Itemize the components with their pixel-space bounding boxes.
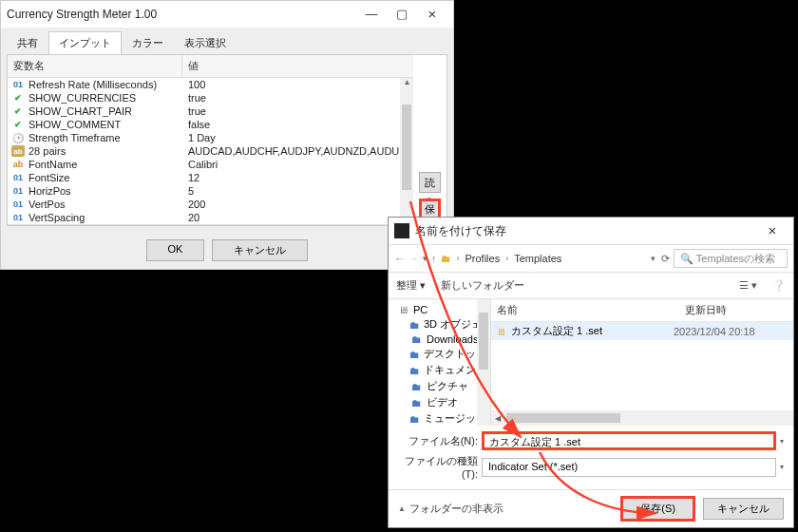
ok-button[interactable]: OK — [146, 239, 205, 261]
param-value[interactable]: 100 — [182, 78, 413, 91]
tree-item[interactable]: 🖿ミュージック — [390, 410, 488, 426]
col-name[interactable]: 変数名 — [8, 55, 182, 77]
file-icon: 🗎 — [497, 326, 507, 337]
param-header: 変数名 値 — [8, 55, 413, 78]
param-row[interactable]: ✔SHOW_CURRENCIEStrue — [8, 91, 413, 104]
param-value[interactable]: 20 — [182, 211, 413, 224]
titlebar: Currency Strength Meter 1.00 — ▢ × — [1, 1, 453, 28]
hscrollbar[interactable]: ◀ — [491, 410, 793, 426]
param-value[interactable]: true — [182, 91, 413, 104]
maximize-button[interactable]: ▢ — [387, 5, 417, 24]
dialog-buttons: OK キャンセル — [1, 232, 453, 269]
folder-icon: 🖿 — [409, 349, 420, 360]
type-icon: ab — [11, 159, 25, 170]
toolbar: 整理 ▾ 新しいフォルダー ☰ ▾ ❔ — [389, 273, 793, 299]
param-row[interactable]: 01HorizPos5 — [8, 184, 413, 198]
type-icon: ✔ — [11, 119, 25, 130]
nav-fwd-icon[interactable]: → — [408, 253, 419, 264]
param-row[interactable]: 01FontSize12 — [8, 171, 413, 184]
file-row[interactable]: 🗎カスタム設定 1 .set2023/12/04 20:18 — [491, 322, 793, 340]
col-name[interactable]: 名前 — [491, 299, 679, 321]
tab-display[interactable]: 表示選択 — [174, 31, 237, 54]
view-options-icon[interactable]: ☰ ▾ — [739, 279, 757, 292]
tab-share[interactable]: 共有 — [7, 31, 48, 54]
param-value[interactable]: true — [182, 104, 413, 118]
scrollbar[interactable]: ▲ — [400, 78, 413, 224]
param-row[interactable]: ✔SHOW_COMMENTfalse — [8, 118, 413, 131]
type-icon: 01 — [11, 79, 25, 90]
param-name: FontSize — [28, 172, 69, 183]
param-value[interactable]: 12 — [182, 171, 413, 184]
nav-back-icon[interactable]: ← — [394, 253, 405, 264]
help-icon[interactable]: ❔ — [772, 279, 786, 292]
folder-icon: 🖿 — [409, 365, 420, 376]
nav-bar: ← → ▾ ↑ 🖿 › Profiles › Templates ▾ ⟳ 🔍 T… — [389, 244, 793, 273]
param-name: VertPos — [28, 199, 66, 210]
tab-bar: 共有 インプット カラー 表示選択 — [1, 28, 453, 54]
folder-tree[interactable]: 🖥PC🖿3D オブジェクト🖿Downloads🖿デスクトップ🖿ドキュメント🖿ピク… — [389, 299, 491, 426]
param-row[interactable]: Strength Timeframe1 Day — [8, 131, 413, 144]
window-title: Currency Strength Meter 1.00 — [7, 8, 356, 21]
param-name: SHOW_COMMENT — [28, 119, 121, 130]
filetype-select[interactable]: Indicator Set (*.set) — [482, 458, 776, 477]
settings-dialog: Currency Strength Meter 1.00 — ▢ × 共有 イン… — [0, 0, 454, 270]
param-row[interactable]: abFontNameCalibri — [8, 158, 413, 171]
app-icon — [394, 223, 409, 238]
breadcrumb[interactable]: 🖿 › Profiles › Templates ▾ ⟳ — [441, 253, 671, 265]
tree-item[interactable]: 🖥PC — [390, 303, 488, 316]
save-button-row: ▲ フォルダーの非表示 保存(S) キャンセル — [389, 489, 793, 527]
param-value[interactable]: AUDCAD,AUDCHF,AUDJPY,AUDNZD,AUDU... — [182, 144, 413, 158]
load-button[interactable]: 読み込み (L) — [419, 172, 441, 193]
new-folder-button[interactable]: 新しいフォルダー — [441, 278, 524, 293]
param-value[interactable]: Calibri — [182, 158, 413, 171]
file-name: カスタム設定 1 .set — [511, 324, 674, 338]
tab-color[interactable]: カラー — [122, 31, 174, 54]
param-name: Strength Timeframe — [28, 132, 121, 143]
type-icon: ab — [11, 145, 25, 157]
hide-folders-toggle[interactable]: ▲ フォルダーの非表示 — [398, 502, 504, 516]
save-button[interactable]: 保存(S) — [620, 496, 695, 522]
param-name: SHOW_CURRENCIES — [28, 92, 136, 104]
refresh-icon[interactable]: ⟳ — [661, 253, 670, 265]
cancel-button[interactable]: キャンセル — [212, 239, 308, 261]
type-icon: 01 — [11, 185, 25, 197]
param-value[interactable]: 200 — [182, 198, 413, 211]
tree-scrollbar[interactable] — [477, 299, 490, 426]
close-button[interactable]: × — [757, 221, 788, 240]
organize-menu[interactable]: 整理 ▾ — [396, 278, 426, 293]
file-date: 2023/12/04 20:18 — [674, 326, 788, 337]
side-button-column: 読み込み (L) 保存 (S) — [413, 55, 446, 225]
minimize-button[interactable]: — — [356, 5, 387, 24]
param-row[interactable]: 01Refresh Rate (Milliseconds)100 — [8, 78, 413, 91]
param-name: HorizPos — [28, 185, 71, 197]
tree-item[interactable]: 🖿Downloads — [390, 332, 488, 346]
tab-input[interactable]: インプット — [48, 31, 122, 54]
param-row[interactable]: ✔SHOW_CHART_PAIRtrue — [8, 104, 413, 118]
folder-icon: 🖿 — [441, 253, 451, 264]
tree-label: ビデオ — [427, 395, 458, 409]
filename-input[interactable]: カスタム設定 1 .set — [482, 431, 776, 450]
tree-item[interactable]: 🖿ピクチャ — [390, 378, 488, 394]
folder-icon: 🖿 — [409, 333, 423, 345]
param-value[interactable]: 5 — [182, 184, 413, 198]
tree-item[interactable]: 🖿ビデオ — [390, 394, 488, 410]
param-value[interactable]: 1 Day — [182, 131, 413, 144]
col-date[interactable]: 更新日時 — [679, 299, 793, 321]
param-name: SHOW_CHART_PAIR — [28, 105, 132, 117]
tree-item[interactable]: 🖿デスクトップ — [390, 346, 488, 362]
param-row[interactable]: 01VertSpacing20 — [8, 211, 413, 224]
chevron-down-icon[interactable]: ▾ — [423, 254, 428, 263]
param-row[interactable]: 01VertPos200 — [8, 198, 413, 211]
param-row[interactable]: ab28 pairsAUDCAD,AUDCHF,AUDJPY,AUDNZD,AU… — [8, 144, 413, 158]
folder-icon: 🖿 — [409, 319, 420, 331]
search-input[interactable]: 🔍 Templatesの検索 — [674, 249, 788, 268]
save-dialog: 名前を付けて保存 × ← → ▾ ↑ 🖿 › Profiles › Templa… — [388, 217, 794, 528]
nav-up-icon[interactable]: ↑ — [431, 253, 437, 264]
close-button[interactable]: × — [417, 5, 447, 24]
cancel-button[interactable]: キャンセル — [703, 498, 784, 520]
col-value[interactable]: 値 — [182, 55, 400, 77]
tree-item[interactable]: 🖿3D オブジェクト — [390, 316, 488, 332]
tree-item[interactable]: 🖿ドキュメント — [390, 362, 488, 378]
param-value[interactable]: false — [182, 118, 413, 131]
type-icon: ✔ — [11, 92, 25, 104]
